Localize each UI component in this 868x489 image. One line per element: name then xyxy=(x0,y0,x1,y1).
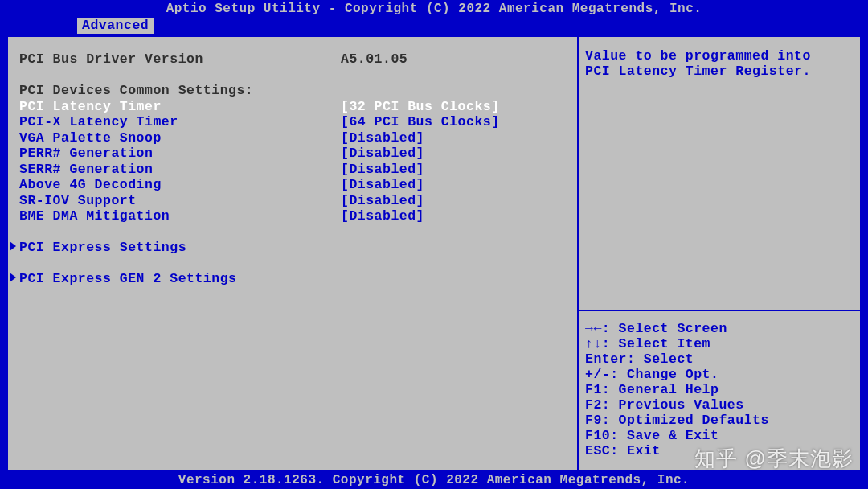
option-pcix-latency-timer[interactable]: PCI-X Latency Timer [64 PCI Bus Clocks] xyxy=(19,114,566,130)
pci-driver-version-row: PCI Bus Driver Version A5.01.05 xyxy=(19,51,566,68)
submenu-pci-express-settings[interactable]: PCI Express Settings xyxy=(19,240,566,256)
footer-bar: Version 2.18.1263. Copyright (C) 2022 Am… xyxy=(0,471,868,489)
option-label: Above 4G Decoding xyxy=(19,177,341,193)
option-value: [Disabled] xyxy=(341,146,424,162)
section-heading: PCI Devices Common Settings: xyxy=(19,83,566,99)
option-value: [Disabled] xyxy=(341,193,424,209)
spacer xyxy=(19,68,566,84)
help-line: Value to be programmed into xyxy=(585,48,854,64)
tab-advanced[interactable]: Advanced xyxy=(77,18,154,34)
option-label: VGA Palette Snoop xyxy=(19,130,341,146)
option-label: PCI Latency Timer xyxy=(19,99,341,115)
nav-hint-previous-values: F2: Previous Values xyxy=(585,397,854,413)
tab-bar: Advanced xyxy=(0,18,868,34)
option-value: [Disabled] xyxy=(341,162,424,178)
option-bme-dma-mitigation[interactable]: BME DMA Mitigation [Disabled] xyxy=(19,208,566,224)
title-bar: Aptio Setup Utility - Copyright (C) 2022… xyxy=(0,0,868,18)
option-label: BME DMA Mitigation xyxy=(19,208,341,224)
spacer xyxy=(19,256,566,272)
option-value: [64 PCI Bus Clocks] xyxy=(341,114,500,130)
option-value: [Disabled] xyxy=(341,177,424,193)
submenu-label: PCI Express GEN 2 Settings xyxy=(19,271,236,287)
help-line: PCI Latency Timer Register. xyxy=(585,64,854,79)
option-label: PCI-X Latency Timer xyxy=(19,114,341,130)
watermark: 知乎 @季末泡影 xyxy=(694,445,854,473)
option-label: PERR# Generation xyxy=(19,146,341,162)
nav-hint-select-screen: →←: Select Screen xyxy=(585,321,854,336)
nav-hint-optimized-defaults: F9: Optimized Defaults xyxy=(585,413,854,428)
option-value: [32 PCI Bus Clocks] xyxy=(341,99,500,115)
option-sriov-support[interactable]: SR-IOV Support [Disabled] xyxy=(19,193,566,209)
option-perr-generation[interactable]: PERR# Generation [Disabled] xyxy=(19,146,566,162)
option-vga-palette-snoop[interactable]: VGA Palette Snoop [Disabled] xyxy=(19,130,566,146)
nav-hint-general-help: F1: General Help xyxy=(585,382,854,397)
option-serr-generation[interactable]: SERR# Generation [Disabled] xyxy=(19,162,566,178)
option-label: SERR# Generation xyxy=(19,162,341,178)
submenu-caret-icon xyxy=(10,273,16,282)
pci-driver-version-value: A5.01.05 xyxy=(341,51,407,68)
option-label: SR-IOV Support xyxy=(19,193,341,209)
submenu-caret-icon xyxy=(10,241,16,251)
nav-hint-save-exit: F10: Save & Exit xyxy=(585,428,854,443)
help-text: Value to be programmed into PCI Latency … xyxy=(579,37,860,310)
option-value: [Disabled] xyxy=(341,208,424,224)
submenu-label: PCI Express Settings xyxy=(19,240,186,256)
settings-panel: PCI Bus Driver Version A5.01.05 PCI Devi… xyxy=(8,37,579,470)
nav-hint-enter: Enter: Select xyxy=(585,351,854,367)
option-value: [Disabled] xyxy=(341,130,424,146)
option-pci-latency-timer[interactable]: PCI Latency Timer [32 PCI Bus Clocks] xyxy=(19,99,566,115)
submenu-pci-express-gen2-settings[interactable]: PCI Express GEN 2 Settings xyxy=(19,271,566,287)
nav-hint-change-opt: +/-: Change Opt. xyxy=(585,367,854,382)
pci-driver-version-label: PCI Bus Driver Version xyxy=(19,51,341,68)
spacer xyxy=(19,224,566,240)
nav-hint-select-item: ↑↓: Select Item xyxy=(585,336,854,351)
option-above-4g-decoding[interactable]: Above 4G Decoding [Disabled] xyxy=(19,177,566,193)
main-frame: PCI Bus Driver Version A5.01.05 PCI Devi… xyxy=(6,35,862,471)
help-panel: Value to be programmed into PCI Latency … xyxy=(579,37,860,470)
